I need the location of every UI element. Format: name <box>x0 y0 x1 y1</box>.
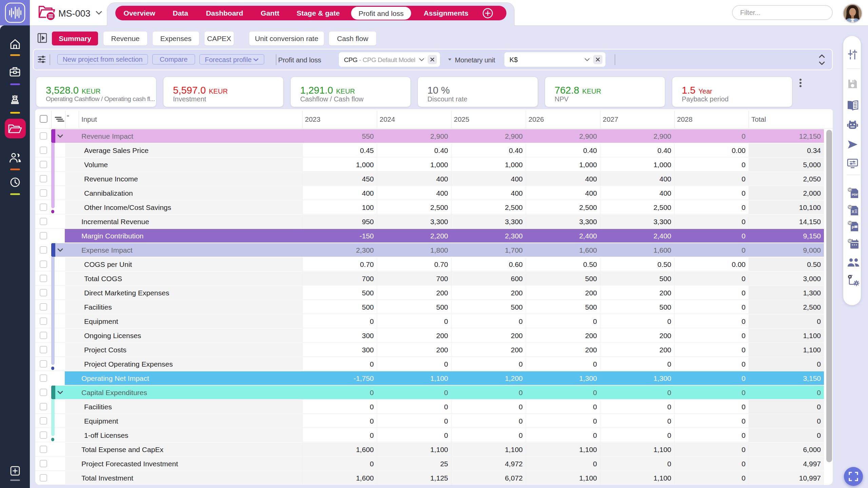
svg-text:PDF: PDF <box>852 193 858 196</box>
svg-text:X: X <box>852 210 854 214</box>
svg-text:P: P <box>852 226 854 230</box>
